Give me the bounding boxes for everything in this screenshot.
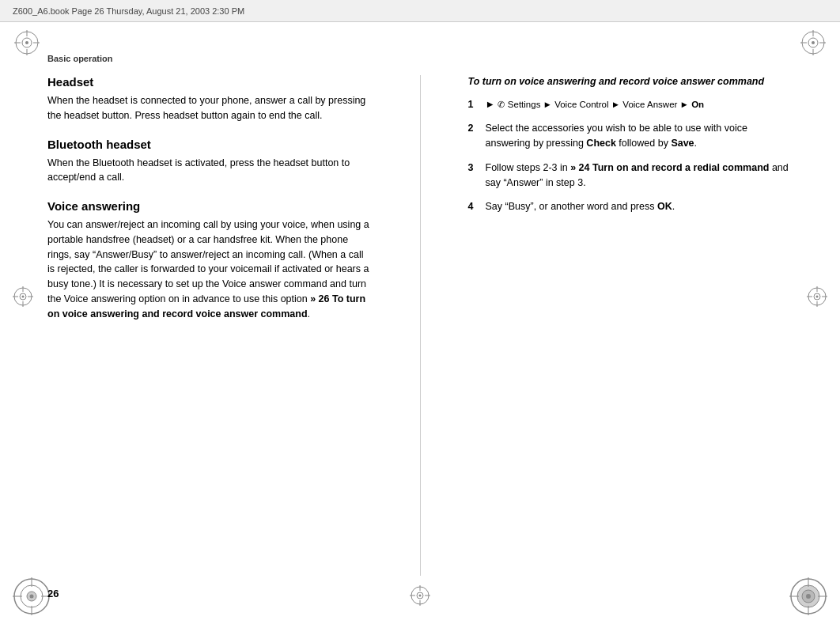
voice-answering-section: Voice answering You can answer/reject an…	[47, 199, 373, 321]
page: Z600_A6.book Page 26 Thursday, August 21…	[0, 0, 840, 639]
mid-left-mark	[11, 285, 35, 308]
header-bar: Z600_A6.book Page 26 Thursday, August 21…	[0, 0, 840, 22]
step-3-text: Follow steps 2-3 in	[486, 162, 571, 173]
svg-point-17	[30, 595, 34, 599]
svg-point-46	[419, 595, 422, 597]
step-4-text: Say “Busy”, or another word and press	[486, 201, 657, 212]
corner-mark-tr	[799, 28, 827, 57]
step-3: 3 Follow steps 2-3 in » 24 Turn on and r…	[468, 161, 793, 191]
corner-mark-br	[788, 576, 829, 617]
step-1-arrow: ►	[486, 99, 495, 110]
voice-answering-body: You can answer/reject an incoming call b…	[47, 217, 373, 321]
step-3-content: Follow steps 2-3 in » 24 Turn on and rec…	[486, 161, 793, 191]
right-column-heading: To turn on voice answering and record vo…	[468, 75, 793, 89]
section-label: Basic operation	[47, 54, 113, 63]
step-1: 1 ► ✆ Settings ► Voice Control ► Voice A…	[468, 97, 793, 112]
right-heading-text: To turn on voice answering and record vo…	[468, 76, 765, 87]
voice-answering-title: Voice answering	[47, 199, 373, 213]
step-2-content: Select the accessories you wish to be ab…	[486, 121, 793, 151]
step-1-content: ► ✆ Settings ► Voice Control ► Voice Ans…	[486, 97, 793, 112]
voice-answering-body-text: You can answer/reject an incoming call b…	[47, 219, 369, 304]
svg-point-2	[25, 41, 28, 44]
left-column: Headset When the headset is connected to…	[47, 75, 388, 576]
bluetooth-headset-section: Bluetooth headset When the Bluetooth hea…	[47, 138, 373, 186]
bottom-center-mark	[408, 584, 432, 607]
right-column: To turn on voice answering and record vo…	[452, 75, 793, 576]
step-4-ok: OK	[657, 201, 672, 212]
headset-title: Headset	[47, 75, 373, 89]
step-4-num: 4	[468, 199, 479, 214]
headset-body: When the headset is connected to your ph…	[47, 93, 373, 123]
svg-point-9	[812, 41, 815, 44]
bluetooth-headset-title: Bluetooth headset	[47, 138, 373, 151]
step-2-text-2: followed by	[616, 138, 671, 149]
step-4: 4 Say “Busy”, or another word and press …	[468, 199, 793, 214]
bluetooth-headset-body: When the Bluetooth headset is activated,…	[47, 156, 373, 186]
step-2-num: 2	[468, 121, 479, 151]
mid-right-mark	[805, 285, 829, 308]
step-2: 2 Select the accessories you wish to be …	[468, 121, 793, 151]
step-2-check: Check	[586, 138, 616, 149]
step-1-menu: Settings ► Voice Control ► Voice Answer …	[508, 100, 704, 109]
step-1-num: 1	[468, 97, 479, 112]
page-number: 26	[47, 588, 59, 599]
step-1-icon: ✆	[498, 100, 505, 109]
svg-point-25	[806, 594, 811, 599]
step-2-save: Save	[671, 138, 694, 149]
header-text: Z600_A6.book Page 26 Thursday, August 21…	[13, 6, 244, 16]
content-area: Headset When the headset is connected to…	[47, 75, 793, 576]
step-3-num: 3	[468, 161, 479, 191]
svg-point-32	[22, 296, 25, 298]
headset-section: Headset When the headset is connected to…	[47, 75, 373, 123]
column-divider	[420, 75, 421, 576]
corner-mark-tl	[13, 28, 41, 57]
step-3-ref: » 24 Turn on and record a redial command	[570, 162, 769, 173]
step-4-content: Say “Busy”, or another word and press OK…	[486, 199, 793, 214]
svg-point-39	[816, 296, 819, 298]
corner-mark-bl	[11, 576, 52, 617]
